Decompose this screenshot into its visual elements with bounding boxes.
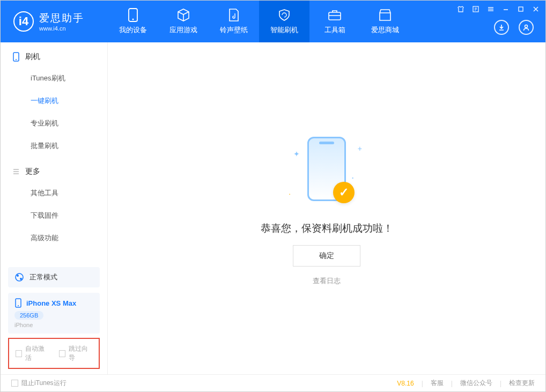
- maximize-button[interactable]: [517, 5, 525, 13]
- checkbox-skip-guide[interactable]: 跳过向导: [59, 344, 93, 363]
- device-icon: [14, 298, 22, 308]
- sidebar-item-advanced[interactable]: 高级功能: [1, 227, 107, 249]
- device-name-text: iPhone XS Max: [26, 299, 76, 307]
- sidebar-item-oneclick-flash[interactable]: 一键刷机: [1, 90, 107, 112]
- sparkle-icon: •: [352, 175, 353, 180]
- tab-label: 我的设备: [119, 25, 147, 35]
- refresh-shield-icon: [277, 8, 291, 22]
- footer-link-service[interactable]: 客服: [431, 379, 444, 388]
- checkbox-icon: [11, 380, 18, 387]
- svg-point-9: [17, 275, 19, 277]
- section-title: 刷机: [25, 52, 40, 62]
- checkbox-icon: [16, 350, 22, 357]
- svg-point-3: [525, 25, 528, 28]
- sidebar-item-batch-flash[interactable]: 批量刷机: [1, 135, 107, 157]
- download-button[interactable]: [494, 20, 509, 35]
- checkbox-icon: [59, 350, 65, 357]
- tab-apps-games[interactable]: 应用游戏: [158, 1, 209, 42]
- sparkle-icon: ✦: [293, 150, 300, 158]
- sidebar-item-pro-flash[interactable]: 专业刷机: [1, 112, 107, 135]
- device-storage-badge: 256GB: [14, 311, 43, 320]
- section-title: 更多: [25, 167, 40, 176]
- success-illustration: ✓ ✦ + • •: [284, 131, 370, 212]
- sidebar-item-download-firmware[interactable]: 下载固件: [1, 204, 107, 227]
- list-icon: [12, 168, 20, 175]
- tab-smart-flash[interactable]: 智能刷机: [259, 1, 309, 42]
- feedback-icon[interactable]: [471, 5, 480, 13]
- music-file-icon: [227, 8, 241, 22]
- skin-icon[interactable]: [456, 5, 465, 13]
- footer-link-update[interactable]: 检查更新: [509, 379, 535, 388]
- sidebar-bottom: 正常模式 iPhone XS Max 256GB iPhone 自动激活 跳过向…: [1, 262, 107, 374]
- ok-button[interactable]: 确定: [293, 245, 360, 267]
- check-badge-icon: ✓: [333, 182, 355, 203]
- sidebar-item-itunes-flash[interactable]: iTunes刷机: [1, 67, 107, 90]
- app-logo-icon: i4: [13, 11, 34, 32]
- sidebar-item-other-tools[interactable]: 其他工具: [1, 182, 107, 204]
- checkbox-label: 阻止iTunes运行: [21, 379, 67, 388]
- tab-label: 铃声壁纸: [220, 25, 248, 35]
- tab-store[interactable]: 爱思商城: [360, 1, 410, 42]
- separator: |: [451, 380, 453, 387]
- cube-icon: [176, 8, 190, 22]
- sidebar-section-more: 更多: [1, 157, 107, 182]
- close-button[interactable]: [532, 5, 540, 13]
- separator: |: [500, 380, 501, 387]
- tab-label: 爱思商城: [371, 25, 399, 35]
- svg-point-8: [16, 273, 23, 281]
- tab-ringtone-wallpaper[interactable]: 铃声壁纸: [209, 1, 259, 42]
- svg-point-1: [132, 19, 134, 20]
- checkbox-label: 自动激活: [25, 344, 49, 363]
- svg-rect-2: [329, 12, 341, 20]
- footer-link-wechat[interactable]: 微信公众号: [460, 379, 492, 388]
- svg-point-12: [18, 305, 19, 306]
- footer: 阻止iTunes运行 V8.16 | 客服 | 微信公众号 | 检查更新: [1, 374, 545, 391]
- header-actions: [494, 20, 534, 35]
- toolbox-icon: [328, 8, 342, 22]
- success-message: 恭喜您，保资料刷机成功啦！: [261, 221, 393, 235]
- logo-area: i4 爱思助手 www.i4.cn: [1, 11, 108, 32]
- window-controls: [456, 5, 540, 13]
- device-info-box[interactable]: iPhone XS Max 256GB iPhone: [8, 293, 100, 334]
- app-url: www.i4.cn: [39, 25, 84, 32]
- status-mode-text: 正常模式: [29, 272, 57, 282]
- checkbox-block-itunes[interactable]: 阻止iTunes运行: [11, 379, 67, 388]
- app-header: i4 爱思助手 www.i4.cn 我的设备 应用游戏 铃声壁纸 智能刷机 工具…: [1, 1, 545, 42]
- svg-rect-5: [519, 7, 523, 11]
- tab-toolbox[interactable]: 工具箱: [309, 1, 360, 42]
- svg-point-10: [20, 278, 22, 280]
- device-type-text: iPhone: [14, 322, 93, 328]
- body: 刷机 iTunes刷机 一键刷机 专业刷机 批量刷机 更多 其他工具 下载固件 …: [1, 42, 545, 374]
- svg-point-7: [16, 59, 17, 60]
- tab-label: 应用游戏: [169, 25, 197, 35]
- status-mode-box[interactable]: 正常模式: [8, 267, 100, 287]
- sparkle-icon: +: [358, 144, 362, 153]
- checkbox-auto-activate[interactable]: 自动激活: [16, 344, 49, 363]
- footer-right: V8.16 | 客服 | 微信公众号 | 检查更新: [397, 379, 535, 388]
- sparkle-icon: •: [289, 193, 290, 196]
- app-title: 爱思助手: [39, 11, 84, 25]
- main-tabs: 我的设备 应用游戏 铃声壁纸 智能刷机 工具箱 爱思商城: [108, 1, 410, 42]
- main-content: ✓ ✦ + • • 恭喜您，保资料刷机成功啦！ 确定 查看日志: [108, 42, 545, 374]
- store-icon: [378, 8, 392, 22]
- tab-label: 工具箱: [324, 25, 345, 35]
- tab-my-device[interactable]: 我的设备: [108, 1, 158, 42]
- logo-text: 爱思助手 www.i4.cn: [39, 11, 84, 32]
- tab-label: 智能刷机: [270, 25, 298, 35]
- checkbox-label: 跳过向导: [69, 344, 92, 363]
- sidebar-section-flash: 刷机: [1, 42, 107, 67]
- status-icon: [14, 272, 24, 282]
- menu-icon[interactable]: [486, 5, 495, 13]
- user-button[interactable]: [519, 20, 534, 35]
- phone-icon: [12, 52, 20, 62]
- sidebar: 刷机 iTunes刷机 一键刷机 专业刷机 批量刷机 更多 其他工具 下载固件 …: [1, 42, 108, 374]
- device-icon: [126, 8, 140, 22]
- device-name-row: iPhone XS Max: [14, 298, 93, 308]
- view-log-link[interactable]: 查看日志: [313, 276, 341, 286]
- version-text: V8.16: [397, 380, 414, 387]
- separator: |: [422, 380, 423, 387]
- highlighted-options: 自动激活 跳过向导: [8, 338, 100, 369]
- minimize-button[interactable]: [501, 5, 510, 13]
